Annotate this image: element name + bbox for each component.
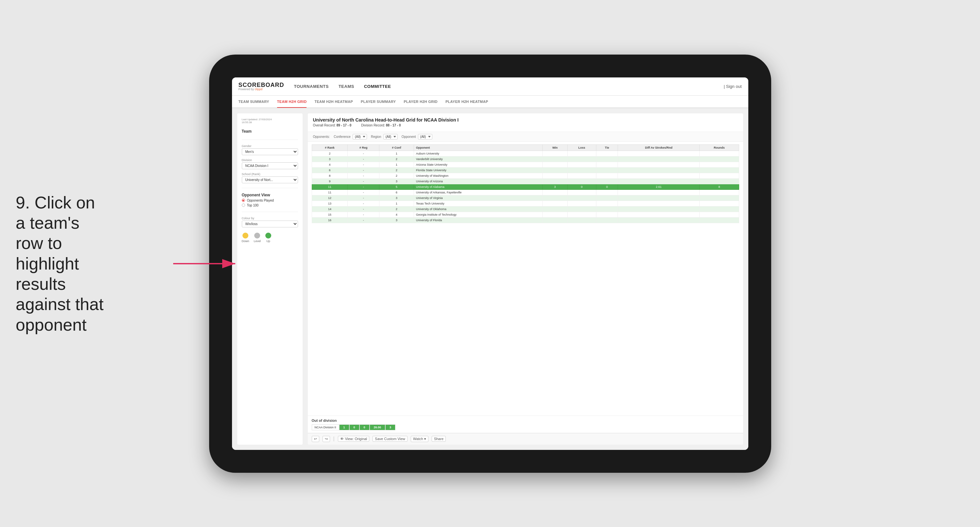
table-row[interactable]: 13-1Texas Tech University [312, 201, 739, 206]
toolbar-undo[interactable]: ↩ [312, 436, 319, 442]
table-row[interactable]: 3-2Vanderbilt University [312, 156, 739, 162]
nav-signin[interactable]: | Sign out [724, 84, 742, 89]
table-cell [618, 162, 700, 167]
toolbar-watch[interactable]: Watch ▾ [411, 436, 428, 442]
table-cell: 2 [379, 156, 414, 162]
table-row[interactable]: 15-4Georgia Institute of Technology [312, 212, 739, 217]
nav-committee[interactable]: COMMITTEE [364, 84, 391, 89]
table-cell: - [348, 156, 379, 162]
table-cell: 2 [379, 173, 414, 178]
table-cell: 2 [312, 151, 348, 156]
table-row[interactable]: 8-2University of Washington [312, 173, 739, 178]
logo-sub: Powered by clippd [239, 88, 284, 91]
table-cell: - [348, 212, 379, 217]
division-section: Division NCAA Division I [242, 158, 298, 169]
divider3 [242, 212, 298, 212]
table-cell [542, 167, 567, 173]
instruction-step: 9. [16, 193, 30, 212]
tab-team-h2h-heatmap[interactable]: TEAM H2H HEATMAP [314, 96, 353, 108]
table-cell: University of Arkansas, Fayetteville [414, 189, 542, 195]
table-cell [542, 195, 567, 201]
colour-by-select[interactable]: Win/loss [242, 221, 298, 228]
table-row[interactable]: 4-1Arizona State University [312, 162, 739, 167]
table-cell: 3 [542, 184, 567, 189]
region-dropdown[interactable]: (All) [383, 134, 398, 140]
school-select[interactable]: University of Nort... [242, 177, 298, 183]
table-cell: 2.61 [618, 184, 700, 189]
bottom-toolbar: ↩ ↪ | 👁 View: Original Save Custom View … [308, 433, 743, 445]
team-label: Team [242, 129, 298, 134]
timestamp-area: Last Updated: 27/03/2024 16:55:38 [242, 118, 298, 126]
table-row[interactable]: 6-2Florida State University [312, 167, 739, 173]
toolbar-view[interactable]: 👁 View: Original [338, 436, 369, 442]
conference-filter: Conference (All) [334, 134, 367, 140]
table-cell [542, 206, 567, 212]
tab-team-h2h-grid[interactable]: TEAM H2H GRID [277, 96, 307, 108]
opponent-dropdown[interactable]: (All) [418, 134, 432, 140]
table-cell: - [348, 206, 379, 212]
gender-select[interactable]: Men's [242, 148, 298, 155]
table-row[interactable]: 14-2University of Oklahoma [312, 206, 739, 212]
toolbar-share[interactable]: Share [432, 436, 446, 442]
table-cell: 13 [312, 201, 348, 206]
table-cell: 1 [379, 151, 414, 156]
table-row[interactable]: 11-5University of Alabama3002.618 [312, 184, 739, 189]
table-row[interactable]: 9-3University of Arizona [312, 178, 739, 184]
table-cell: 8 [700, 184, 739, 189]
table-cell [618, 167, 700, 173]
table-row[interactable]: 2-1Auburn University [312, 151, 739, 156]
school-label: School (Rank) [242, 172, 298, 176]
main-content: Last Updated: 27/03/2024 16:55:38 Team G… [232, 108, 748, 450]
nav-tournaments[interactable]: TOURNAMENTS [294, 84, 329, 89]
col-win: Win [542, 145, 567, 151]
left-panel: Last Updated: 27/03/2024 16:55:38 Team G… [237, 113, 302, 445]
table-row[interactable]: 11-6University of Arkansas, Fayetteville [312, 189, 739, 195]
division-select[interactable]: NCAA Division I [242, 162, 298, 169]
table-cell: 1 [379, 201, 414, 206]
table-cell [542, 173, 567, 178]
toolbar-redo[interactable]: ↪ [323, 436, 330, 442]
col-diff: Diff Av Strokes/Rnd [618, 145, 700, 151]
opponent-filter: Opponent (All) [402, 134, 432, 140]
table-container: # Rank # Reg # Conf Opponent Win Loss Ti… [308, 142, 743, 416]
table-cell: 5 [379, 184, 414, 189]
table-row[interactable]: 16-3University of Florida [312, 217, 739, 223]
conference-dropdown[interactable]: (All) [353, 134, 367, 140]
table-cell [542, 217, 567, 223]
table-cell [618, 195, 700, 201]
table-cell: University of Washington [414, 173, 542, 178]
table-cell: - [348, 184, 379, 189]
view-icon: 👁 [340, 437, 344, 441]
out-div-loss: 0 [349, 424, 360, 430]
table-cell [542, 189, 567, 195]
table-cell [596, 189, 618, 195]
h2h-table: # Rank # Reg # Conf Opponent Win Loss Ti… [312, 145, 739, 223]
radio-opponents-played[interactable]: Opponents Played [242, 199, 298, 202]
table-cell [618, 212, 700, 217]
col-loss: Loss [567, 145, 596, 151]
table-cell: - [348, 217, 379, 223]
out-div-diff: 26.00 [369, 424, 386, 430]
tab-team-summary[interactable]: TEAM SUMMARY [239, 96, 269, 108]
toolbar-save[interactable]: Save Custom View [372, 436, 407, 442]
table-cell [542, 212, 567, 217]
division-label: Division [242, 158, 298, 162]
table-cell: 1 [379, 162, 414, 167]
tab-player-summary[interactable]: PLAYER SUMMARY [361, 96, 396, 108]
opponent-view-section: Opponent View Opponents Played Top 100 [242, 193, 298, 207]
nav-teams[interactable]: TEAMS [339, 84, 354, 89]
radio-top-100[interactable]: Top 100 [242, 204, 298, 207]
table-cell: 3 [379, 178, 414, 184]
table-cell [567, 156, 596, 162]
records-row: Overall Record: 89 - 17 - 0 Division Rec… [313, 124, 738, 127]
tablet-shell: SCOREBOARD Powered by clippd TOURNAMENTS… [209, 54, 771, 473]
tab-player-h2h-grid[interactable]: PLAYER H2H GRID [404, 96, 438, 108]
table-cell [567, 167, 596, 173]
table-cell [596, 151, 618, 156]
table-row[interactable]: 12-3University of Virginia [312, 195, 739, 201]
table-cell: - [348, 151, 379, 156]
logo-text: SCOREBOARD [239, 82, 284, 88]
table-cell [700, 201, 739, 206]
tab-player-h2h-heatmap[interactable]: PLAYER H2H HEATMAP [445, 96, 488, 108]
table-cell: 11 [312, 184, 348, 189]
